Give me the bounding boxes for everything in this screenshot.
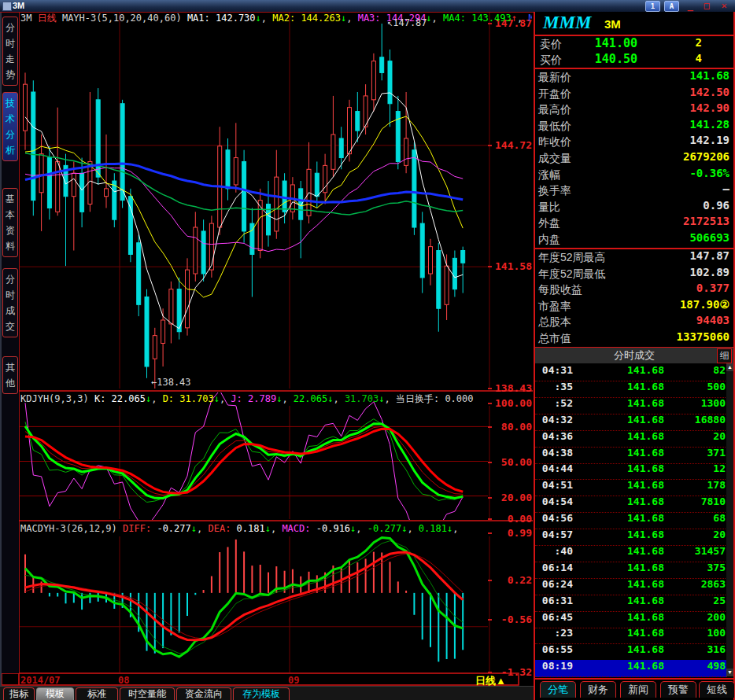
ticker-row[interactable]: 04:57141.6820 <box>535 529 727 546</box>
app-icon <box>2 2 12 11</box>
ticker-volume: 12 <box>713 462 726 474</box>
toolbar-button-1[interactable]: 指标 <box>3 687 35 700</box>
header-segment: K: 22.065 <box>94 393 146 404</box>
panel-tab-5[interactable]: 短线 <box>699 681 735 698</box>
sidebar-tab-5[interactable]: 其他 <box>2 356 18 394</box>
quote-row: 最高价142.90 <box>535 101 733 117</box>
panel-tab-3[interactable]: 新闻 <box>620 681 656 698</box>
ticker-time: 04:31 <box>537 364 573 376</box>
price-axis-tick <box>488 145 492 146</box>
kdj-axis-tick <box>488 426 492 428</box>
ticker-row[interactable]: 04:44141.6812 <box>535 462 727 480</box>
ticker-price: 141.68 <box>596 462 664 474</box>
panel-tab-2[interactable]: 财务 <box>580 681 616 698</box>
ticker-volume: 178 <box>707 479 726 491</box>
titlebar[interactable]: 3M 1 A _ □ ✕ <box>0 0 735 12</box>
panel-tab-4[interactable]: 预警 <box>660 681 696 698</box>
kdj-axis-label: 50.00 <box>493 456 532 468</box>
quote-label: 成交量 <box>538 150 571 166</box>
ticker-row[interactable]: 06:45141.68200 <box>535 611 727 628</box>
panel-tab-1[interactable]: 分笔 <box>540 681 576 698</box>
ticker-time: :35 <box>537 381 573 392</box>
maximize-button[interactable]: □ <box>700 0 714 11</box>
quote-row: 最新价141.68 <box>535 69 733 85</box>
ticker-time: 08:19 <box>537 660 573 672</box>
kdj-indicator-header: KDJYH(9,3,3) K: 22.065↓, D: 31.703↓, J: … <box>20 392 532 404</box>
bottom-toolbar: 指标模板标准时空量能资金流向存为模板 <box>0 686 534 700</box>
quote-label: 总市值 <box>538 330 571 346</box>
ticker-row[interactable]: 08:19141.68498 <box>535 660 727 677</box>
chart-canvas[interactable] <box>0 0 534 700</box>
header-segment: 22.065 <box>294 393 327 404</box>
ticker-price: 141.68 <box>596 512 664 524</box>
scroll-up-icon[interactable]: ▲ <box>726 363 733 371</box>
close-button[interactable]: ✕ <box>717 0 731 11</box>
sidebar: 分时走势技术分析基本资料分时成交其他 <box>0 13 19 673</box>
ticker-scrollbar[interactable]: ▲ ▼ <box>726 363 733 676</box>
sidebar-tab-3[interactable]: 基本资料 <box>2 188 18 257</box>
workspace-icon[interactable]: 1 <box>645 1 660 12</box>
toolbar-button-6[interactable]: 存为模板 <box>233 687 290 700</box>
toolbar-button-3[interactable]: 标准 <box>76 687 118 700</box>
ticker-row[interactable]: 06:24141.682863 <box>535 578 727 595</box>
ticker-price: 141.68 <box>596 381 664 392</box>
quote-value: 506693 <box>689 231 729 244</box>
ticker-header-label: 分时成交 <box>614 349 655 361</box>
ticker-row[interactable]: 06:31141.6825 <box>535 595 727 612</box>
ticker-time: 06:24 <box>537 578 573 590</box>
header-segment: 日线 <box>38 13 62 24</box>
divider <box>535 678 733 680</box>
sidebar-tab-char: 资 <box>3 223 17 238</box>
sidebar-tab-4[interactable]: 分时成交 <box>2 268 18 337</box>
timeline-label: 2014/07 <box>20 675 61 686</box>
ticker-volume: 2863 <box>701 578 726 590</box>
font-icon[interactable]: A <box>664 1 679 12</box>
scroll-down-icon[interactable]: ▼ <box>726 669 733 676</box>
header-segment: ↓ <box>191 523 197 534</box>
ticker-row[interactable]: 04:32141.6816880 <box>535 414 727 431</box>
ticker-row[interactable]: 04:36141.6820 <box>535 430 727 448</box>
macd-axis-tick <box>488 672 492 673</box>
sidebar-tab-1[interactable]: 分时走势 <box>2 17 18 86</box>
ticker-price: 141.68 <box>596 430 664 442</box>
header-segment: , <box>432 13 443 24</box>
period-label: 日线 <box>475 675 496 687</box>
ticker-row[interactable]: 04:31141.6882 <box>535 364 727 381</box>
header-segment: , <box>271 523 282 534</box>
bidask-row: 买价140.504 <box>535 52 733 68</box>
ticker-row[interactable]: 04:54141.687810 <box>535 496 727 513</box>
ticker-row[interactable]: :35141.68500 <box>535 381 727 398</box>
sidebar-tab-2[interactable]: 技术分析 <box>2 92 18 161</box>
quote-label: 市盈率 <box>538 298 571 314</box>
main-chart-header: 3M 日线 MAYH-3(5,10,20,40,60) MA1: 142.730… <box>20 12 532 24</box>
sidebar-tab-char: 交 <box>3 319 17 334</box>
header-segment: , <box>151 393 162 404</box>
quote-value: 142.19 <box>689 134 729 146</box>
toolbar-button-5[interactable]: 资金流向 <box>176 687 231 700</box>
quote-label: 最高价 <box>538 101 571 117</box>
ticker-row[interactable]: :40141.6831457 <box>535 545 727 562</box>
ticker-row[interactable]: 04:38141.68371 <box>535 447 727 464</box>
sidebar-tab-char: 分 <box>3 127 17 142</box>
ticker-detail-button[interactable]: 细 <box>717 348 732 363</box>
ticker-row[interactable]: 06:14141.68375 <box>535 562 727 579</box>
ticker-row[interactable]: 06:55141.68316 <box>535 643 727 661</box>
quote-row: 内盘506693 <box>535 231 733 247</box>
minimize-button[interactable]: _ <box>683 0 697 11</box>
symbol-name: MMM <box>543 13 591 33</box>
ticker-price: 141.68 <box>596 611 664 623</box>
ticker-row[interactable]: :23141.68100 <box>535 627 727 644</box>
ticker-time: 04:54 <box>537 496 573 507</box>
window-title: 3M <box>13 0 24 12</box>
ticker-row[interactable]: 04:56141.6868 <box>535 512 727 529</box>
ticker-volume: 498 <box>707 660 726 672</box>
ticker-row[interactable]: :52141.681300 <box>535 397 727 414</box>
quote-label: 每股收益 <box>538 282 582 297</box>
toolbar-button-2[interactable]: 模板 <box>36 687 74 700</box>
ticker-row[interactable]: 04:51141.68178 <box>535 479 727 496</box>
header-segment: DIFF: <box>123 523 157 534</box>
sidebar-tab-char: 料 <box>3 238 17 254</box>
header-segment: D: 31.703 <box>163 393 214 404</box>
quote-value: 187.90② <box>680 298 729 311</box>
toolbar-button-4[interactable]: 时空量能 <box>120 687 175 700</box>
